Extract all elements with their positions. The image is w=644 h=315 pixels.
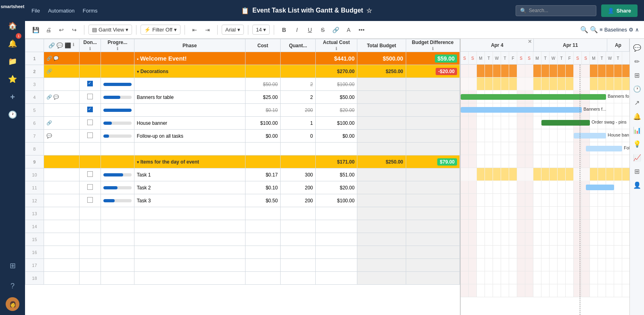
grid-panel-icon[interactable]: ⊞ <box>631 166 643 177</box>
done-cell[interactable] <box>80 233 101 246</box>
gantt-close-button[interactable]: ✕ <box>528 39 532 44</box>
done-cell[interactable] <box>80 52 101 65</box>
font-size-selector[interactable]: 14 ▾ <box>252 25 270 35</box>
sidebar-home[interactable]: 🏠 <box>5 19 20 33</box>
checkbox[interactable] <box>87 94 93 99</box>
done-cell[interactable] <box>80 220 101 233</box>
done-cell[interactable] <box>80 246 101 259</box>
history-panel-icon[interactable]: 🕐 <box>631 83 643 94</box>
actual-cost-info-icon[interactable]: ℹ <box>318 46 355 51</box>
comment-icon[interactable]: 💬 <box>46 133 52 138</box>
phase-cell[interactable]: Banners for table <box>134 91 245 104</box>
text-color-button[interactable]: A <box>343 24 354 36</box>
sidebar-favorites[interactable]: ⭐ <box>5 72 20 86</box>
save-button[interactable]: 💾 <box>30 24 41 36</box>
collapse-icon[interactable]: ∧ <box>635 27 639 33</box>
done-cell[interactable] <box>80 104 101 117</box>
phase-cell[interactable]: Task 3 <box>134 194 245 207</box>
undo-button[interactable]: ↩ <box>56 24 67 36</box>
settings-icon[interactable]: ⚙ <box>629 27 634 33</box>
phase-cell[interactable]: ▾Items for the day of event <box>134 155 245 168</box>
done-cell[interactable] <box>80 91 101 104</box>
file-menu[interactable]: File <box>31 8 40 14</box>
forms-menu[interactable]: Forms <box>83 8 98 14</box>
phase-cell[interactable]: ▪Welcome Event! <box>134 52 245 65</box>
checkbox[interactable] <box>87 197 93 203</box>
sidebar-add[interactable]: + <box>5 90 20 104</box>
link-icon[interactable]: 🔗 <box>46 94 52 99</box>
more-options-button[interactable]: ••• <box>356 24 367 36</box>
print-button[interactable]: 🖨 <box>43 24 54 36</box>
edit-panel-icon[interactable]: ✏ <box>631 56 643 67</box>
sidebar-folders[interactable]: 📁 <box>5 54 20 69</box>
italic-button[interactable]: I <box>291 24 302 36</box>
comment-icon[interactable]: 💬 <box>53 94 59 99</box>
done-cell[interactable] <box>80 272 101 285</box>
phase-cell[interactable]: Follow-up on all tasks <box>134 130 245 143</box>
redo-button[interactable]: ↪ <box>69 24 80 36</box>
checkbox[interactable] <box>87 120 93 125</box>
underline-button[interactable]: U <box>304 24 315 36</box>
phase-cell[interactable] <box>134 259 245 272</box>
favorite-icon[interactable]: ☆ <box>366 7 372 15</box>
phase-cell[interactable]: Task 2 <box>134 181 245 194</box>
link-icon[interactable]: 🔗 <box>46 120 52 125</box>
done-cell[interactable] <box>80 65 101 78</box>
phase-cell[interactable] <box>134 104 245 117</box>
link-button[interactable]: 🔗 <box>330 24 341 36</box>
budget-diff-info-icon[interactable]: ℹ <box>409 46 457 51</box>
collapse-icon[interactable]: ▾ <box>137 69 139 74</box>
done-info-icon[interactable]: ℹ <box>82 46 98 51</box>
automation-menu[interactable]: Automation <box>48 8 75 14</box>
done-cell[interactable] <box>80 168 101 181</box>
sidebar-recent[interactable]: 🕐 <box>5 107 20 122</box>
indent-button[interactable]: ⇤ <box>189 24 200 36</box>
link-icon[interactable]: 🔗 <box>46 56 52 61</box>
phase-cell[interactable] <box>134 78 245 91</box>
checkbox[interactable] <box>87 132 93 138</box>
checkbox[interactable] <box>87 184 93 190</box>
view-selector[interactable]: ▤ Gantt View ▾ <box>88 25 132 35</box>
done-cell[interactable] <box>80 78 101 91</box>
zoom-in-btn[interactable]: 🔍 <box>590 26 598 34</box>
search-bar[interactable]: 🔍 Search... <box>516 5 596 16</box>
outdent-button[interactable]: ⇥ <box>202 24 213 36</box>
export-panel-icon[interactable]: ↗ <box>631 97 643 108</box>
phase-cell[interactable] <box>134 272 245 285</box>
phase-cell[interactable] <box>134 233 245 246</box>
bold-button[interactable]: B <box>278 24 289 36</box>
comments-panel-icon[interactable]: 💬 <box>631 42 643 53</box>
alerts-panel-icon[interactable]: 🔔 <box>631 111 643 122</box>
phase-cell[interactable] <box>134 143 245 155</box>
phase-cell[interactable] <box>134 246 245 259</box>
metrics-panel-icon[interactable]: 📊 <box>631 124 643 136</box>
comment-icon[interactable]: 💬 <box>53 56 59 61</box>
checkbox[interactable] <box>87 171 93 177</box>
done-cell[interactable] <box>80 130 101 143</box>
done-cell[interactable] <box>80 143 101 155</box>
views-panel-icon[interactable]: ⊞ <box>631 69 643 81</box>
sidebar-apps[interactable]: ⊞ <box>5 258 20 273</box>
done-cell[interactable] <box>80 181 101 194</box>
done-cell[interactable] <box>80 194 101 207</box>
sidebar-notifications[interactable]: 🔔 1 <box>5 36 20 51</box>
phase-cell[interactable] <box>134 207 245 220</box>
sidebar-help[interactable]: ? <box>5 279 20 293</box>
grid-container[interactable]: 🔗 💬 ⬛ ℹ Don... ℹ <box>25 39 460 315</box>
font-selector[interactable]: Arial ▾ <box>222 25 244 35</box>
chart-panel-icon[interactable]: 📈 <box>631 152 643 163</box>
done-cell[interactable] <box>80 155 101 168</box>
phase-cell[interactable] <box>134 220 245 233</box>
zoom-out-btn[interactable]: 🔍 <box>580 26 588 34</box>
user-avatar[interactable]: 👩 <box>6 297 19 311</box>
checkbox[interactable] <box>87 81 93 86</box>
done-cell[interactable] <box>80 207 101 220</box>
done-cell[interactable] <box>80 259 101 272</box>
collapse-icon[interactable]: ▾ <box>137 160 139 164</box>
phase-cell[interactable]: Task 1 <box>134 168 245 181</box>
phase-cell[interactable]: House banner <box>134 117 245 130</box>
done-cell[interactable] <box>80 117 101 130</box>
share-button[interactable]: 👤 Share <box>601 4 638 17</box>
contact-panel-icon[interactable]: 👤 <box>631 179 643 191</box>
strikethrough-button[interactable]: S <box>317 24 328 36</box>
